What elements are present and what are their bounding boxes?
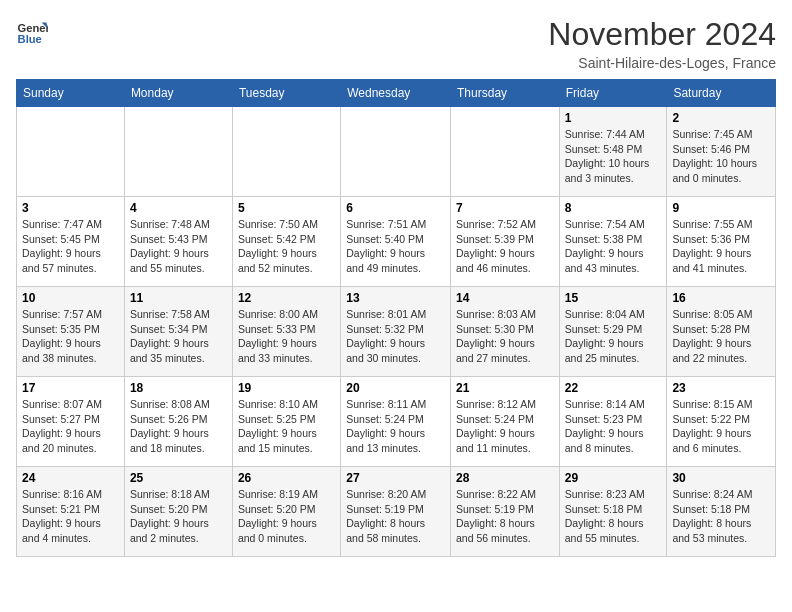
weekday-header-thursday: Thursday [451,80,560,107]
day-number: 5 [238,201,335,215]
week-row-1: 1Sunrise: 7:44 AMSunset: 5:48 PMDaylight… [17,107,776,197]
day-number: 2 [672,111,770,125]
day-cell: 1Sunrise: 7:44 AMSunset: 5:48 PMDaylight… [559,107,667,197]
day-cell: 16Sunrise: 8:05 AMSunset: 5:28 PMDayligh… [667,287,776,377]
weekday-header-tuesday: Tuesday [232,80,340,107]
weekday-header-row: SundayMondayTuesdayWednesdayThursdayFrid… [17,80,776,107]
day-number: 23 [672,381,770,395]
week-row-4: 17Sunrise: 8:07 AMSunset: 5:27 PMDayligh… [17,377,776,467]
weekday-header-friday: Friday [559,80,667,107]
day-number: 20 [346,381,445,395]
day-number: 11 [130,291,227,305]
day-number: 13 [346,291,445,305]
day-number: 1 [565,111,662,125]
day-number: 16 [672,291,770,305]
day-cell: 10Sunrise: 7:57 AMSunset: 5:35 PMDayligh… [17,287,125,377]
week-row-3: 10Sunrise: 7:57 AMSunset: 5:35 PMDayligh… [17,287,776,377]
day-cell [17,107,125,197]
day-info: Sunrise: 8:00 AMSunset: 5:33 PMDaylight:… [238,307,335,366]
day-cell [341,107,451,197]
day-number: 10 [22,291,119,305]
day-info: Sunrise: 8:10 AMSunset: 5:25 PMDaylight:… [238,397,335,456]
day-cell: 25Sunrise: 8:18 AMSunset: 5:20 PMDayligh… [124,467,232,557]
day-info: Sunrise: 8:14 AMSunset: 5:23 PMDaylight:… [565,397,662,456]
day-info: Sunrise: 8:03 AMSunset: 5:30 PMDaylight:… [456,307,554,366]
day-cell: 6Sunrise: 7:51 AMSunset: 5:40 PMDaylight… [341,197,451,287]
day-info: Sunrise: 8:15 AMSunset: 5:22 PMDaylight:… [672,397,770,456]
day-number: 4 [130,201,227,215]
day-info: Sunrise: 7:58 AMSunset: 5:34 PMDaylight:… [130,307,227,366]
calendar-table: SundayMondayTuesdayWednesdayThursdayFrid… [16,79,776,557]
day-number: 21 [456,381,554,395]
day-cell: 5Sunrise: 7:50 AMSunset: 5:42 PMDaylight… [232,197,340,287]
day-cell: 28Sunrise: 8:22 AMSunset: 5:19 PMDayligh… [451,467,560,557]
day-cell: 19Sunrise: 8:10 AMSunset: 5:25 PMDayligh… [232,377,340,467]
day-info: Sunrise: 7:48 AMSunset: 5:43 PMDaylight:… [130,217,227,276]
day-number: 30 [672,471,770,485]
day-cell: 11Sunrise: 7:58 AMSunset: 5:34 PMDayligh… [124,287,232,377]
day-info: Sunrise: 8:07 AMSunset: 5:27 PMDaylight:… [22,397,119,456]
day-number: 27 [346,471,445,485]
weekday-header-saturday: Saturday [667,80,776,107]
day-number: 17 [22,381,119,395]
day-cell: 18Sunrise: 8:08 AMSunset: 5:26 PMDayligh… [124,377,232,467]
day-number: 18 [130,381,227,395]
week-row-2: 3Sunrise: 7:47 AMSunset: 5:45 PMDaylight… [17,197,776,287]
day-cell: 2Sunrise: 7:45 AMSunset: 5:46 PMDaylight… [667,107,776,197]
day-cell: 21Sunrise: 8:12 AMSunset: 5:24 PMDayligh… [451,377,560,467]
weekday-header-sunday: Sunday [17,80,125,107]
day-cell: 20Sunrise: 8:11 AMSunset: 5:24 PMDayligh… [341,377,451,467]
day-info: Sunrise: 8:12 AMSunset: 5:24 PMDaylight:… [456,397,554,456]
day-number: 6 [346,201,445,215]
day-cell: 9Sunrise: 7:55 AMSunset: 5:36 PMDaylight… [667,197,776,287]
day-number: 12 [238,291,335,305]
day-info: Sunrise: 7:50 AMSunset: 5:42 PMDaylight:… [238,217,335,276]
day-info: Sunrise: 7:54 AMSunset: 5:38 PMDaylight:… [565,217,662,276]
weekday-header-wednesday: Wednesday [341,80,451,107]
day-info: Sunrise: 8:04 AMSunset: 5:29 PMDaylight:… [565,307,662,366]
day-cell: 4Sunrise: 7:48 AMSunset: 5:43 PMDaylight… [124,197,232,287]
location: Saint-Hilaire-des-Loges, France [548,55,776,71]
day-number: 29 [565,471,662,485]
day-cell: 23Sunrise: 8:15 AMSunset: 5:22 PMDayligh… [667,377,776,467]
svg-text:Blue: Blue [18,33,42,45]
day-info: Sunrise: 8:08 AMSunset: 5:26 PMDaylight:… [130,397,227,456]
day-info: Sunrise: 7:51 AMSunset: 5:40 PMDaylight:… [346,217,445,276]
day-cell: 24Sunrise: 8:16 AMSunset: 5:21 PMDayligh… [17,467,125,557]
day-info: Sunrise: 7:45 AMSunset: 5:46 PMDaylight:… [672,127,770,186]
day-number: 19 [238,381,335,395]
day-cell: 12Sunrise: 8:00 AMSunset: 5:33 PMDayligh… [232,287,340,377]
day-cell [124,107,232,197]
day-number: 22 [565,381,662,395]
day-info: Sunrise: 8:01 AMSunset: 5:32 PMDaylight:… [346,307,445,366]
title-block: November 2024 Saint-Hilaire-des-Loges, F… [548,16,776,71]
day-cell: 8Sunrise: 7:54 AMSunset: 5:38 PMDaylight… [559,197,667,287]
day-info: Sunrise: 8:18 AMSunset: 5:20 PMDaylight:… [130,487,227,546]
day-number: 3 [22,201,119,215]
day-info: Sunrise: 8:20 AMSunset: 5:19 PMDaylight:… [346,487,445,546]
day-info: Sunrise: 8:19 AMSunset: 5:20 PMDaylight:… [238,487,335,546]
day-info: Sunrise: 8:23 AMSunset: 5:18 PMDaylight:… [565,487,662,546]
day-number: 7 [456,201,554,215]
day-info: Sunrise: 8:05 AMSunset: 5:28 PMDaylight:… [672,307,770,366]
day-number: 8 [565,201,662,215]
logo-icon: General Blue [16,16,48,48]
day-number: 26 [238,471,335,485]
day-info: Sunrise: 7:57 AMSunset: 5:35 PMDaylight:… [22,307,119,366]
day-cell: 30Sunrise: 8:24 AMSunset: 5:18 PMDayligh… [667,467,776,557]
day-number: 15 [565,291,662,305]
day-number: 24 [22,471,119,485]
day-cell: 13Sunrise: 8:01 AMSunset: 5:32 PMDayligh… [341,287,451,377]
day-cell: 14Sunrise: 8:03 AMSunset: 5:30 PMDayligh… [451,287,560,377]
day-info: Sunrise: 8:24 AMSunset: 5:18 PMDaylight:… [672,487,770,546]
day-cell: 22Sunrise: 8:14 AMSunset: 5:23 PMDayligh… [559,377,667,467]
day-cell: 3Sunrise: 7:47 AMSunset: 5:45 PMDaylight… [17,197,125,287]
day-number: 28 [456,471,554,485]
day-cell: 27Sunrise: 8:20 AMSunset: 5:19 PMDayligh… [341,467,451,557]
day-cell: 26Sunrise: 8:19 AMSunset: 5:20 PMDayligh… [232,467,340,557]
day-info: Sunrise: 7:44 AMSunset: 5:48 PMDaylight:… [565,127,662,186]
day-cell [232,107,340,197]
page-header: General Blue November 2024 Saint-Hilaire… [16,16,776,71]
day-cell [451,107,560,197]
day-number: 25 [130,471,227,485]
